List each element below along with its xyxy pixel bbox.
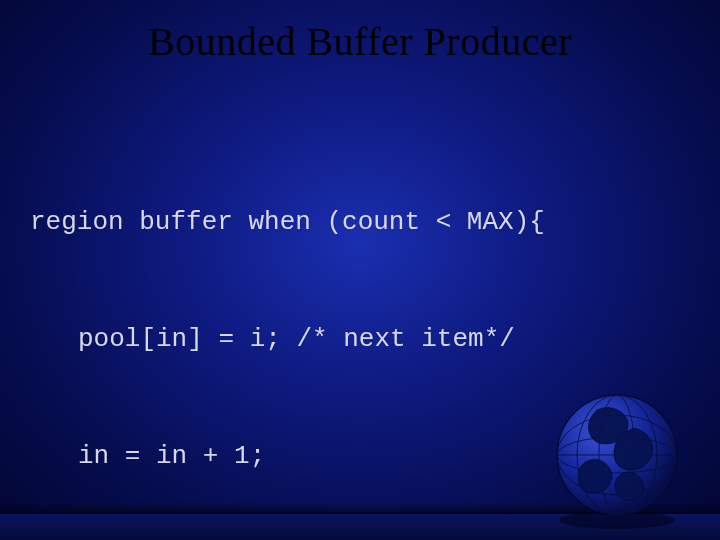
globe-icon bbox=[542, 380, 692, 530]
slide: Bounded Buffer Producer region buffer wh… bbox=[0, 0, 720, 540]
code-line-1: region buffer when (count < MAX){ bbox=[30, 203, 720, 242]
slide-title: Bounded Buffer Producer bbox=[0, 0, 720, 65]
code-line-2: pool[in] = i; /* next item*/ bbox=[78, 320, 720, 359]
